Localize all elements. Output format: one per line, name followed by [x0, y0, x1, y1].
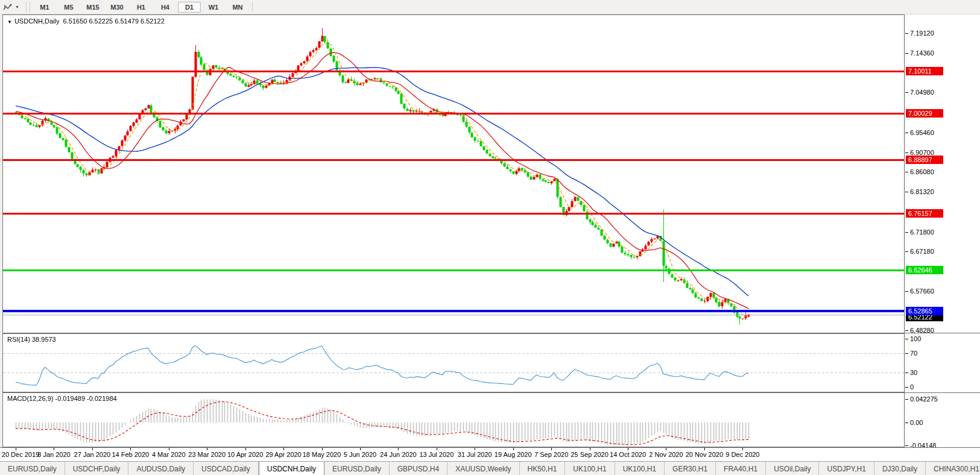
price-tick-mark — [905, 133, 908, 133]
macd-tick-label: 0.00 — [910, 418, 923, 427]
chart-tab-gbpusd-h4[interactable]: GBPUSD,H4 — [390, 462, 447, 475]
date-tick-mark — [704, 448, 705, 450]
macd-tick-mark — [905, 399, 908, 400]
date-tick-mark — [551, 448, 552, 450]
price-tick-mark — [905, 172, 908, 172]
chart-tab-usdchf-daily[interactable]: USDCHF,Daily — [65, 462, 129, 475]
timeframe-button-d1[interactable]: D1 — [178, 2, 201, 13]
price-tick-label: 7.14360 — [910, 49, 934, 57]
date-tick-mark — [513, 448, 514, 450]
date-label: 23 Mar 2020 — [188, 451, 226, 458]
date-label: 24 Jun 2020 — [380, 451, 417, 458]
date-tick-mark — [169, 448, 169, 450]
chart-tab-fra40-h1[interactable]: FRA40,H1 — [716, 462, 766, 475]
chart-tab-eurusd-daily[interactable]: EURUSD,Daily — [324, 462, 390, 475]
chart-tab-audusd-daily[interactable]: AUDUSD,Daily — [128, 462, 194, 475]
level-chip-7.00029: 7.00029 — [906, 109, 943, 118]
date-label: 5 Jun 2020 — [344, 451, 376, 458]
macd-tick-mark — [905, 445, 908, 446]
price-tick-mark — [905, 291, 908, 292]
date-tick-mark — [92, 448, 93, 450]
date-tick-mark — [283, 448, 284, 450]
chart-tab-uk100-h1[interactable]: UK100,H1 — [615, 462, 665, 475]
chart-tab-hk50-h1[interactable]: HK50,H1 — [520, 462, 566, 475]
timeframe-button-m5[interactable]: M5 — [57, 2, 80, 13]
rsi-tick-label: 30 — [910, 368, 917, 377]
symbol-caret-icon[interactable]: ▼ — [7, 19, 12, 25]
date-label: 14 Oct 2020 — [610, 451, 646, 458]
price-tick-label: 6.81320 — [910, 187, 934, 196]
chart-tab-usdjpy-h1[interactable]: USDJPY,H1 — [819, 462, 874, 475]
mt4-window: ▼ M1M5M15M30H1H4D1W1MN 7.191207.143607.0… — [0, 0, 980, 475]
timeframe-button-h4[interactable]: H4 — [154, 2, 177, 13]
date-axis: 20 Dec 20198 Jan 202027 Jan 202014 Feb 2… — [0, 447, 980, 462]
chart-tab-china300-h1[interactable]: CHINA300,H1 — [926, 462, 980, 475]
timeframe-group: M1M5M15M30H1H4D1W1MN — [33, 0, 250, 14]
price-tick-mark — [905, 251, 908, 252]
toolbar-grip — [26, 2, 30, 12]
rsi-tick-label: 0 — [910, 383, 914, 391]
date-tick-mark — [360, 448, 361, 450]
date-label: 19 Aug 2020 — [495, 451, 532, 458]
price-tick-label: 7.04980 — [910, 88, 934, 96]
timeframe-button-mn[interactable]: MN — [226, 2, 249, 13]
date-label: 20 Nov 2020 — [686, 451, 723, 458]
pane-separator — [905, 333, 980, 333]
rsi-tick-mark — [905, 339, 908, 339]
chart-mode-button[interactable]: ▼ — [0, 0, 24, 14]
chart-title: ▼USDCNH,Daily 6.51650 6.52225 6.51479 6.… — [7, 17, 165, 25]
price-tick-mark — [905, 192, 908, 192]
price-tick-mark — [905, 33, 908, 34]
price-tick-mark — [905, 53, 908, 54]
timeframe-button-w1[interactable]: W1 — [202, 2, 225, 13]
date-label: 13 Jul 2020 — [419, 451, 454, 458]
timeframe-button-h1[interactable]: H1 — [130, 2, 153, 13]
price-tick-mark — [905, 92, 908, 93]
chart-tab-ger30-h1[interactable]: GER30,H1 — [665, 462, 716, 475]
rsi-tick-mark — [905, 373, 908, 373]
date-tick-mark — [398, 448, 399, 450]
price-tick-label: 6.86080 — [910, 168, 934, 176]
date-label: 20 Dec 2019 — [2, 451, 39, 458]
chart-tab-usdcnh-daily[interactable]: USDCNH,Daily — [259, 462, 324, 475]
date-label: 29 Apr 2020 — [265, 451, 301, 458]
macd-tick-mark — [905, 423, 908, 423]
chart-tab-eurusd-daily[interactable]: EURUSD,Daily — [0, 462, 65, 475]
date-label: 14 Feb 2020 — [112, 451, 149, 458]
date-tick-mark — [628, 448, 628, 450]
timeframe-toolbar: ▼ M1M5M15M30H1H4D1W1MN — [0, 0, 980, 14]
chart-canvas[interactable] — [2, 14, 905, 447]
toolbar-separator — [252, 2, 253, 12]
pane-separator — [905, 392, 980, 393]
macd-label: MACD(12,26,9) -0.019489 -0.021984 — [7, 395, 117, 402]
rsi-tick-mark — [905, 387, 908, 388]
chart-tab-uk100-h1[interactable]: UK100,H1 — [565, 462, 615, 475]
level-chip-7.10011: 7.10011 — [906, 67, 943, 75]
date-label: 27 Jan 2020 — [74, 451, 111, 458]
date-label: 10 Apr 2020 — [227, 451, 263, 458]
chart-title-ohlc: 6.51650 6.52225 6.51479 6.52122 — [63, 17, 165, 25]
price-tick-label: 6.67180 — [910, 247, 934, 256]
date-label: 18 May 2020 — [303, 451, 341, 458]
price-axis: 7.191207.143607.049806.954606.907006.860… — [905, 14, 980, 447]
level-chip-6.88897: 6.88897 — [906, 156, 943, 164]
date-tick-mark — [475, 448, 475, 450]
date-tick-mark — [16, 448, 16, 450]
date-tick-mark — [54, 448, 54, 450]
macd-tick-label: 0.042275 — [910, 395, 938, 403]
chart-tab-xauusd-weekly[interactable]: XAUUSD,Weekly — [447, 462, 519, 475]
date-label: 31 Jul 2020 — [458, 451, 492, 458]
chart-tab-usdcad-daily[interactable]: USDCAD,Daily — [194, 462, 259, 475]
timeframe-button-m15[interactable]: M15 — [81, 2, 104, 13]
date-label: 4 Mar 2020 — [152, 451, 186, 458]
chart-tab-dj30-daily[interactable]: DJ30,Daily — [874, 462, 926, 475]
level-chip-6.52865: 6.52865 — [906, 307, 943, 315]
date-tick-mark — [666, 448, 666, 450]
chart-tab-usoil-daily[interactable]: USOil,Daily — [766, 462, 819, 475]
date-tick-mark — [207, 448, 207, 450]
date-tick-mark — [322, 448, 323, 450]
chart-title-symbol: USDCNH,Daily — [14, 17, 60, 25]
chevron-down-icon[interactable]: ▼ — [15, 5, 19, 9]
timeframe-button-m1[interactable]: M1 — [33, 2, 56, 13]
timeframe-button-m30[interactable]: M30 — [106, 2, 128, 13]
